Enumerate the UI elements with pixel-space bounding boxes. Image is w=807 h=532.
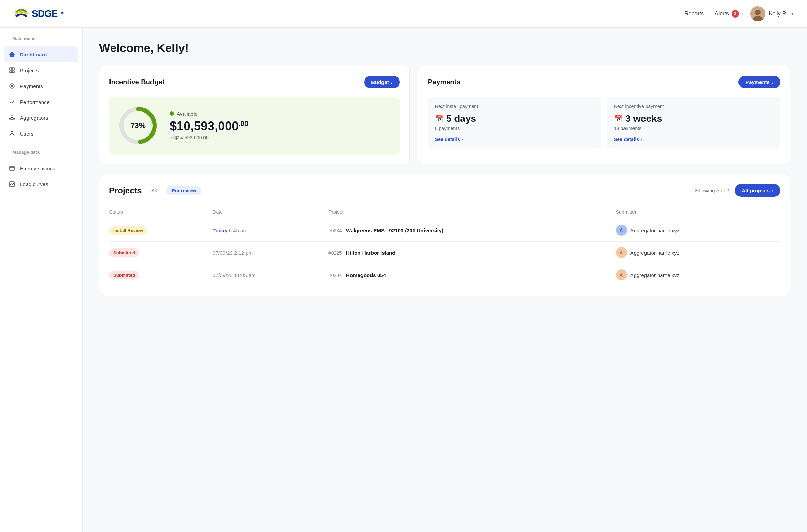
submitter-area: A Aggregator name xyz bbox=[616, 269, 775, 280]
payments-inner: Next install payment 📅 5 days 6 payments… bbox=[428, 97, 780, 149]
incentive-see-details[interactable]: See details › bbox=[614, 137, 774, 142]
all-projects-chevron-icon: › bbox=[772, 188, 774, 193]
sidebar-item-payments[interactable]: Payments bbox=[4, 78, 78, 94]
status-cell: Submitted bbox=[109, 242, 212, 264]
incentive-see-details-chevron: › bbox=[640, 137, 642, 142]
sidebar-item-load-curves[interactable]: Load curves bbox=[4, 176, 78, 192]
svg-point-10 bbox=[9, 119, 11, 120]
project-cell: #0234 Walgreens EMS - 92103 (301 Univers… bbox=[328, 219, 616, 242]
svg-rect-7 bbox=[12, 71, 14, 73]
status-badge: Submitted bbox=[109, 248, 139, 257]
date-cell: 07/09/23 11:05 am bbox=[212, 264, 328, 286]
submitter-avatar: A bbox=[616, 269, 627, 280]
projects-table: Status Date Project Submitter Install Re… bbox=[109, 205, 780, 286]
logo[interactable]: SDGE™ bbox=[14, 6, 64, 21]
sidebar-item-users[interactable]: Users bbox=[4, 126, 78, 141]
budget-card-title: Incentive Budget bbox=[109, 78, 165, 86]
sidebar-label-performance: Performance bbox=[20, 99, 50, 105]
budget-button[interactable]: Budget › bbox=[364, 76, 400, 88]
project-id: #0225 bbox=[328, 250, 342, 256]
reports-link[interactable]: Reports bbox=[684, 11, 704, 17]
submitter-area: A Aggregator name xyz bbox=[616, 225, 775, 236]
alerts-badge: 2 bbox=[732, 10, 739, 18]
calendar-icon: 📅 bbox=[435, 115, 443, 123]
donut-percent-label: 73% bbox=[130, 121, 146, 130]
submitter-name: Aggregator name xyz bbox=[630, 250, 680, 256]
project-name: Walgreens EMS - 92103 (301 University) bbox=[346, 227, 443, 233]
svg-point-9 bbox=[11, 116, 13, 118]
submitter-cell: A Aggregator name xyz bbox=[616, 242, 780, 264]
table-header-row: Status Date Project Submitter bbox=[109, 205, 780, 219]
sidebar-item-energy-savings[interactable]: Energy savings bbox=[4, 160, 78, 176]
sidebar-label-aggregators: Aggregators bbox=[20, 115, 48, 121]
svg-rect-6 bbox=[10, 71, 12, 73]
install-see-details[interactable]: See details › bbox=[435, 137, 595, 142]
top-navigation: SDGE™ Reports Alerts 2 Kelly R. ▾ bbox=[0, 0, 807, 28]
submitter-area: A Aggregator name xyz bbox=[616, 247, 775, 258]
budget-amount-main: $10,593,000 bbox=[170, 119, 239, 133]
sidebar-item-dashboard[interactable]: Dashboard bbox=[4, 46, 78, 62]
alerts-label: Alerts bbox=[715, 11, 729, 17]
sidebar-item-aggregators[interactable]: Aggregators bbox=[4, 110, 78, 126]
table-row[interactable]: Submitted 07/09/23 2:12 pm #0225 Hilton … bbox=[109, 242, 780, 264]
next-incentive-payment: Next incentive payment 📅 3 weeks 18 paym… bbox=[607, 97, 780, 149]
status-cell: Submitted bbox=[109, 264, 212, 286]
project-cell: #0225 Hilton Harbor Island bbox=[328, 242, 616, 264]
avatar bbox=[750, 6, 765, 21]
logo-icon bbox=[14, 6, 29, 21]
tab-for-review[interactable]: For review bbox=[166, 186, 201, 195]
sidebar-label-users: Users bbox=[20, 131, 33, 137]
submitter-avatar: A bbox=[616, 225, 627, 236]
svg-point-2 bbox=[755, 10, 761, 15]
logo-text: SDGE bbox=[32, 8, 57, 19]
svg-point-11 bbox=[13, 119, 15, 120]
date-cell: 07/09/23 2:12 pm bbox=[212, 242, 328, 264]
status-badge: Install Review bbox=[109, 226, 147, 235]
table-body: Install Review Today 6:45 am #0234 Walgr… bbox=[109, 219, 780, 286]
all-projects-button[interactable]: All projects › bbox=[735, 184, 780, 197]
alerts-button[interactable]: Alerts 2 bbox=[715, 10, 739, 18]
svg-rect-5 bbox=[12, 68, 14, 70]
aggregators-icon bbox=[8, 114, 16, 121]
budget-inner: 73% Available $10,593,000.00 of $14,593,… bbox=[109, 97, 400, 155]
donut-chart: 73% bbox=[117, 105, 159, 146]
install-payment-value: 📅 5 days bbox=[435, 113, 595, 124]
next-install-payment: Next install payment 📅 5 days 6 payments… bbox=[428, 97, 601, 149]
submitter-cell: A Aggregator name xyz bbox=[616, 219, 780, 242]
budget-of: of $14,593,000.00 bbox=[170, 135, 391, 140]
projects-header: Projects All For review Showing 5 of 9 A… bbox=[109, 184, 780, 197]
projects-title: Projects bbox=[109, 186, 142, 195]
chevron-down-icon: ▾ bbox=[791, 11, 793, 16]
manage-data-label: Manage data bbox=[4, 150, 78, 158]
nav-right: Reports Alerts 2 Kelly R. ▾ bbox=[684, 6, 793, 21]
install-payment-label: Next install payment bbox=[435, 104, 595, 109]
budget-card-header: Incentive Budget Budget › bbox=[109, 76, 400, 88]
table-row[interactable]: Install Review Today 6:45 am #0234 Walgr… bbox=[109, 219, 780, 242]
svg-point-12 bbox=[11, 131, 13, 134]
project-id: #0234 bbox=[328, 228, 342, 233]
svg-rect-4 bbox=[10, 68, 12, 70]
sidebar-label-dashboard: Dashboard bbox=[20, 52, 47, 57]
payments-card: Payments Payments › Next install payment… bbox=[418, 66, 790, 164]
sidebar-item-performance[interactable]: Performance bbox=[4, 94, 78, 110]
showing-count: Showing 5 of 9 bbox=[695, 188, 729, 193]
sidebar-item-projects[interactable]: Projects bbox=[4, 62, 78, 78]
date-cell: Today 6:45 am bbox=[212, 219, 328, 242]
payments-button[interactable]: Payments › bbox=[738, 76, 780, 88]
table-row[interactable]: Submitted 07/09/23 11:05 am #0204 Homego… bbox=[109, 264, 780, 286]
projects-card: Projects All For review Showing 5 of 9 A… bbox=[99, 174, 790, 296]
see-details-chevron: › bbox=[461, 137, 463, 142]
sidebar-label-load-curves: Load curves bbox=[20, 181, 48, 187]
budget-amount-cents: .00 bbox=[239, 120, 248, 127]
budget-amount: $10,593,000.00 bbox=[170, 119, 391, 133]
payments-icon bbox=[8, 82, 16, 90]
page-title: Welcome, Kelly! bbox=[99, 41, 790, 55]
tab-all[interactable]: All bbox=[147, 186, 161, 195]
user-menu[interactable]: Kelly R. ▾ bbox=[750, 6, 793, 21]
available-dot bbox=[170, 111, 174, 116]
payments-card-title: Payments bbox=[428, 78, 461, 86]
sidebar-label-energy-savings: Energy savings bbox=[20, 166, 55, 171]
incentive-payment-value: 📅 3 weeks bbox=[614, 113, 774, 124]
energy-savings-icon bbox=[8, 164, 16, 172]
projects-right: Showing 5 of 9 All projects › bbox=[695, 184, 780, 197]
